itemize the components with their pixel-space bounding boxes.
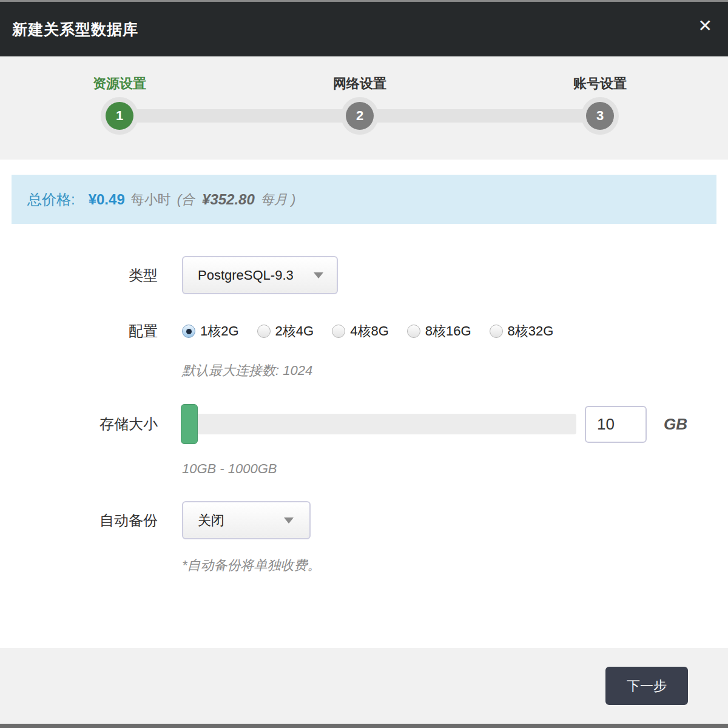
config-radio-group: 1核2G 2核4G 4核8G 8核16G 8核32G bbox=[182, 322, 571, 340]
modal-title: 新建关系型数据库 bbox=[12, 19, 138, 39]
radio-2core-4g[interactable]: 2核4G bbox=[257, 322, 314, 340]
slider-track[interactable] bbox=[182, 414, 576, 434]
slider-handle[interactable] bbox=[181, 404, 198, 444]
chevron-down-icon bbox=[284, 517, 294, 524]
radio-icon bbox=[407, 325, 420, 338]
backup-label: 自动备份 bbox=[0, 511, 158, 530]
modal-footer: 下一步 bbox=[0, 648, 728, 724]
storage-row: 存储大小 GB bbox=[0, 404, 728, 444]
radio-1core-2g[interactable]: 1核2G bbox=[182, 322, 239, 340]
radio-8core-32g[interactable]: 8核32G bbox=[490, 322, 554, 340]
step-resource-settings[interactable]: 资源设置 1 bbox=[59, 56, 180, 93]
storage-label: 存储大小 bbox=[0, 414, 158, 434]
step-number: 2 bbox=[346, 102, 374, 130]
price-monthly-value: ¥352.80 bbox=[202, 191, 255, 208]
db-type-value: PostgreSQL-9.3 bbox=[198, 268, 294, 283]
backup-value: 关闭 bbox=[198, 511, 224, 530]
config-label: 配置 bbox=[0, 322, 158, 341]
storage-slider[interactable] bbox=[182, 404, 576, 444]
radio-8core-16g[interactable]: 8核16G bbox=[407, 322, 471, 340]
step-circle: 3 bbox=[581, 97, 619, 135]
modal-header: 新建关系型数据库 ✕ bbox=[0, 2, 728, 56]
radio-icon bbox=[182, 325, 195, 338]
config-row: 配置 1核2G 2核4G 4核8G 8核16G bbox=[0, 322, 728, 341]
chevron-down-icon bbox=[314, 272, 323, 278]
backup-dropdown[interactable]: 关闭 bbox=[182, 501, 311, 539]
price-monthly-prefix: (合 bbox=[177, 190, 195, 209]
type-label: 类型 bbox=[0, 266, 158, 285]
step-account-settings[interactable]: 账号设置 3 bbox=[539, 56, 661, 93]
close-icon[interactable]: ✕ bbox=[698, 18, 712, 35]
step-network-settings[interactable]: 网络设置 2 bbox=[299, 56, 420, 93]
storage-unit-label: GB bbox=[664, 415, 687, 434]
step-label: 资源设置 bbox=[59, 75, 180, 93]
price-hourly-value: ¥0.49 bbox=[89, 191, 125, 208]
radio-icon bbox=[332, 325, 345, 338]
step-label: 网络设置 bbox=[299, 75, 420, 93]
type-row: 类型 PostgreSQL-9.3 bbox=[0, 256, 728, 294]
price-hourly-unit: 每小时 bbox=[131, 190, 171, 209]
storage-size-input[interactable] bbox=[585, 406, 647, 443]
step-number: 1 bbox=[106, 102, 133, 130]
price-monthly-unit: 每月 ) bbox=[261, 190, 295, 209]
step-number: 3 bbox=[586, 102, 614, 130]
price-summary-bar: 总价格: ¥0.49 每小时 (合 ¥352.80 每月 ) bbox=[12, 175, 716, 224]
create-database-modal: 新建关系型数据库 ✕ 资源设置 1 网络设置 2 账号设置 3 总价格: ¥0.… bbox=[0, 0, 728, 728]
step-label: 账号设置 bbox=[539, 75, 661, 93]
storage-range-note: 10GB - 1000GB bbox=[182, 461, 728, 477]
radio-icon bbox=[490, 325, 503, 338]
backup-row: 自动备份 关闭 bbox=[0, 501, 728, 539]
modal-body: 总价格: ¥0.49 每小时 (合 ¥352.80 每月 ) 类型 Postgr… bbox=[0, 160, 728, 648]
radio-4core-8g[interactable]: 4核8G bbox=[332, 322, 389, 340]
db-type-dropdown[interactable]: PostgreSQL-9.3 bbox=[182, 256, 338, 294]
step-circle: 1 bbox=[101, 97, 138, 135]
backup-fee-note: *自动备份将单独收费。 bbox=[182, 556, 728, 575]
step-indicator: 资源设置 1 网络设置 2 账号设置 3 bbox=[0, 56, 728, 160]
max-connections-note: 默认最大连接数: 1024 bbox=[182, 362, 728, 380]
bottom-divider bbox=[0, 724, 728, 728]
radio-icon bbox=[257, 325, 271, 338]
price-label: 总价格: bbox=[27, 190, 75, 209]
next-step-button[interactable]: 下一步 bbox=[605, 667, 688, 705]
step-circle: 2 bbox=[341, 97, 379, 135]
